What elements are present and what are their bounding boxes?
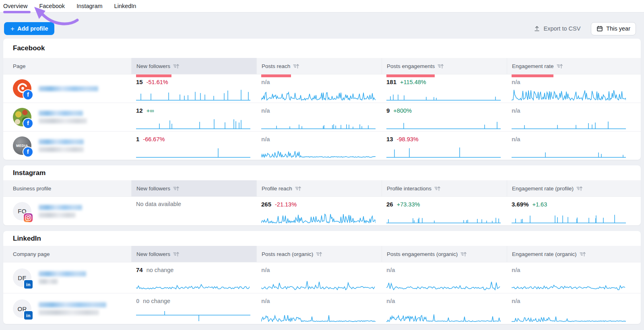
profile-name-redacted [39,139,84,152]
column-header-label: Engagement rate (profile) [512,186,574,192]
overview-cards: FacebookPageNew followersPosts reachPost… [0,39,644,324]
column-header-label: Profile interactions [387,186,431,192]
metric-cell: n/a [256,262,382,293]
metric-value: n/a [261,297,270,304]
profile-cell[interactable]: f [3,103,131,131]
sort-icon [316,252,322,257]
column-header-posts-reach[interactable]: Posts reach [256,58,382,74]
metric-delta: +73.33% [397,201,420,208]
sort-icon [460,252,466,257]
facebook-badge-icon: f [23,90,33,99]
metric-delta: -21.13% [275,201,297,208]
sparkline [512,89,626,101]
column-header-label: Posts engagements [387,63,435,69]
redacted-name-line [39,212,76,218]
sparkline [512,117,626,129]
metric-cell: 12+∞ [131,103,256,131]
profile-cell[interactable]: ORin [3,293,131,324]
facebook-badge-icon: f [23,119,33,128]
profile-cell[interactable]: DEin [3,262,131,293]
metric-cell: n/a [256,74,382,103]
metric-value: n/a [261,266,270,273]
section-facebook: FacebookPageNew followersPosts reachPost… [3,39,641,160]
metric-cell: 26+73.33% [382,197,507,225]
linkedin-badge-icon: in [24,280,33,289]
metric-cell: n/a [507,262,641,293]
profile-cell[interactable]: f [3,74,131,103]
redacted-name-line [39,310,99,315]
profile-name-redacted [39,86,98,91]
section-linkedin: LinkedInCompany pageNew followersPosts r… [3,231,641,324]
sparkline [261,211,376,223]
profile-row: DEin74no changen/an/an/a [3,262,641,293]
sparkline [136,310,250,322]
sparkline [512,211,626,223]
metric-value: n/a [261,136,270,142]
add-profile-button[interactable]: + Add profile [4,22,54,35]
profile-avatar[interactable]: FO [13,202,31,221]
sort-icon [173,186,179,191]
column-header-label: Posts reach [262,63,290,69]
metric-delta: +∞ [147,107,154,114]
metric-value: 13 [386,136,393,142]
column-header-posts-engagements[interactable]: Posts engagements [382,58,507,74]
section-title: LinkedIn [13,235,41,243]
sparkline [386,310,501,322]
metric-cell: 0no change [131,293,256,324]
toolbar-right: Export to CSV This year [534,22,636,35]
metric-cell: 3.69%+1.63 [507,197,641,225]
sparkline [512,310,626,322]
profile-name-redacted [39,205,82,218]
profile-row: f15-51.61%n/a181+115.48%n/a [3,74,641,103]
metric-value: n/a [512,136,520,142]
column-header-label: Posts engagements (organic) [387,251,458,257]
metric-cell: 265-21.13% [256,197,382,225]
annotation-highlight-bar [386,74,435,77]
tab-facebook[interactable]: Facebook [39,3,65,9]
metric-value: n/a [261,78,270,85]
column-header-engagement-rate[interactable]: Engagement rate [507,58,641,74]
metric-value: 3.69% [512,201,529,208]
metric-value: n/a [512,297,520,304]
column-header-label: New followers [136,186,170,192]
column-header-new-followers[interactable]: New followers [131,180,256,196]
tab-instagram[interactable]: Instagram [76,3,102,9]
profile-avatar[interactable]: MEDIAf [13,136,31,155]
column-header-posts-engagements-organic-[interactable]: Posts engagements (organic) [382,246,507,262]
profile-row: FONo data available265-21.13%26+73.33%3.… [3,196,641,225]
column-header-new-followers[interactable]: New followers [131,246,256,262]
sparkline [386,211,501,223]
profile-cell[interactable]: MEDIAf [3,132,131,160]
profile-row: ORin0no changen/an/an/a [3,293,641,324]
column-header-entity: Business profile [3,180,131,196]
metric-delta: +115.48% [400,79,426,85]
metric-value: 0 [136,297,139,304]
profile-avatar[interactable]: f [13,79,31,98]
column-header-new-followers[interactable]: New followers [131,58,256,74]
column-header-profile-reach[interactable]: Profile reach [256,180,382,196]
column-header-profile-interactions[interactable]: Profile interactions [382,180,507,196]
profile-avatar[interactable]: DEin [13,268,31,287]
redacted-name-line [39,111,83,116]
facebook-badge-icon: f [23,147,33,157]
date-range-button[interactable]: This year [591,22,636,35]
column-header-engagement-rate-profile-[interactable]: Engagement rate (profile) [507,180,641,196]
sparkline [386,117,501,129]
redacted-name-line [39,139,84,144]
sort-icon [576,186,582,191]
metric-value: n/a [261,107,270,114]
profile-cell[interactable]: FO [3,197,131,225]
sparkline [386,89,501,101]
tab-overview[interactable]: Overview [3,3,27,9]
tab-linkedin[interactable]: LinkedIn [114,3,136,9]
profile-avatar[interactable]: f [13,108,31,126]
plus-icon: + [10,25,14,32]
export-csv-button[interactable]: Export to CSV [534,25,580,32]
metric-value: 12 [136,107,143,114]
column-header-label: Posts reach (organic) [262,251,313,257]
metric-delta: -51.61% [147,79,168,85]
metric-cell: n/a [256,132,382,160]
column-header-posts-reach-organic-[interactable]: Posts reach (organic) [256,246,382,262]
column-header-engagement-rate-organic-[interactable]: Engagement rate (organic) [507,246,641,262]
profile-avatar[interactable]: ORin [13,299,31,318]
